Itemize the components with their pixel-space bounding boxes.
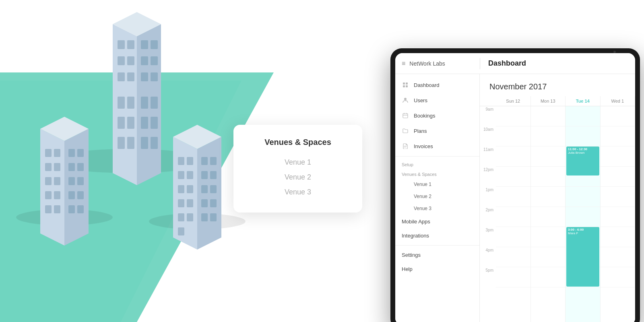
cell-mon-2 xyxy=(531,207,566,227)
cell-mon-5 xyxy=(531,267,566,287)
sidebar-item-users[interactable]: Users xyxy=(395,93,479,108)
event-time-2: 3:00 - 6:00 xyxy=(568,228,598,231)
day-header-sun12: Sun 12 xyxy=(496,96,531,106)
cell-wed-12 xyxy=(601,167,635,187)
svg-rect-18 xyxy=(118,137,125,149)
svg-rect-15 xyxy=(127,97,134,109)
svg-rect-9 xyxy=(127,40,134,49)
sidebar-item-integrations[interactable]: Integrations xyxy=(395,229,479,243)
svg-rect-51 xyxy=(68,191,75,199)
sidebar-item-invoices-label: Invoices xyxy=(414,143,433,149)
user-icon xyxy=(402,97,409,104)
svg-marker-55 xyxy=(173,137,197,250)
svg-rect-73 xyxy=(201,185,208,193)
event-julia-brown[interactable]: 11:00 - 12:30 Julia Brown xyxy=(566,147,599,175)
svg-marker-33 xyxy=(64,129,89,246)
svg-rect-62 xyxy=(178,185,184,193)
cell-tue-2 xyxy=(566,207,600,227)
svg-rect-35 xyxy=(45,149,52,157)
svg-marker-32 xyxy=(40,129,64,246)
svg-rect-78 xyxy=(210,213,217,221)
tablet-device: ≡ NetWork Labs Dashboard Dashboard xyxy=(370,0,644,322)
time-3pm: 3pm xyxy=(480,227,496,247)
time-4pm: 4pm xyxy=(480,247,496,267)
sidebar-item-bookings-label: Bookings xyxy=(414,113,435,119)
svg-rect-49 xyxy=(68,177,75,185)
cal-col-tue: 11:00 - 12:30 Julia Brown 3:00 - 6:00 Ma… xyxy=(566,106,601,322)
svg-rect-27 xyxy=(151,97,158,109)
sidebar-item-dashboard[interactable]: Dashboard xyxy=(395,77,479,93)
svg-rect-65 xyxy=(187,199,193,207)
svg-rect-43 xyxy=(45,205,52,213)
svg-rect-10 xyxy=(118,56,125,65)
cell-mon-10 xyxy=(531,126,566,147)
sidebar-item-settings-label: Settings xyxy=(402,252,421,258)
cell-sun-10 xyxy=(496,126,530,147)
event-mara-f[interactable]: 3:00 - 6:00 Mara F xyxy=(566,227,599,287)
sidebar-item-invoices[interactable]: Invoices xyxy=(395,138,479,154)
sidebar-venue-3[interactable]: Venue 3 xyxy=(395,202,479,215)
svg-rect-70 xyxy=(210,157,217,165)
sidebar-item-mobile-apps[interactable]: Mobile Apps xyxy=(395,215,479,229)
cell-wed-10 xyxy=(601,126,635,147)
sidebar-item-help[interactable]: Help xyxy=(395,262,479,276)
sidebar-item-settings[interactable]: Settings xyxy=(395,248,479,262)
svg-rect-54 xyxy=(77,205,84,213)
svg-rect-79 xyxy=(403,83,405,85)
calendar-day-headers: Sun 12 Mon 13 Tue 14 Wed 1 xyxy=(480,96,635,106)
file-icon xyxy=(402,142,409,150)
cell-wed-5 xyxy=(601,267,635,287)
app-body: Dashboard Users Bookings xyxy=(395,74,635,322)
cell-mon-9 xyxy=(531,106,566,126)
cell-mon-3 xyxy=(531,227,566,247)
day-header-tue14: Tue 14 xyxy=(566,96,601,106)
cell-tue-10 xyxy=(566,126,600,147)
cell-mon-1 xyxy=(531,187,566,207)
cal-col-sun xyxy=(496,106,531,322)
app-name: NetWork Labs xyxy=(409,60,445,67)
svg-rect-72 xyxy=(210,171,217,179)
svg-rect-30 xyxy=(141,137,148,149)
cell-wed-11 xyxy=(601,147,635,167)
sidebar-item-integrations-label: Integrations xyxy=(402,233,429,239)
sidebar-divider-2 xyxy=(395,245,479,246)
svg-rect-25 xyxy=(151,72,158,81)
cell-mon-11 xyxy=(531,147,566,167)
popup-venue-3[interactable]: Venue 3 xyxy=(250,185,346,200)
header-title: Dashboard xyxy=(480,59,534,68)
svg-rect-37 xyxy=(45,163,52,171)
cal-columns: 11:00 - 12:30 Julia Brown 3:00 - 6:00 Ma… xyxy=(496,106,635,322)
hamburger-icon[interactable]: ≡ xyxy=(402,60,405,67)
cell-sun-9 xyxy=(496,106,530,126)
event-time-1: 11:00 - 12:30 xyxy=(568,147,598,151)
svg-rect-44 xyxy=(54,205,60,213)
cell-tue-9 xyxy=(566,106,600,126)
svg-rect-53 xyxy=(68,205,75,213)
cell-sun-1 xyxy=(496,187,530,207)
svg-rect-13 xyxy=(127,72,134,81)
sidebar-item-help-label: Help xyxy=(402,266,413,272)
svg-rect-40 xyxy=(54,177,60,185)
sidebar-item-plans[interactable]: Plans xyxy=(395,123,479,138)
sidebar-venue-2[interactable]: Venue 2 xyxy=(395,190,479,202)
svg-rect-60 xyxy=(178,171,184,179)
cell-mon-4 xyxy=(531,247,566,267)
venues-label: Venues & Spaces xyxy=(395,169,479,178)
sidebar: Dashboard Users Bookings xyxy=(395,74,480,322)
cell-sun-4 xyxy=(496,247,530,267)
svg-rect-47 xyxy=(68,163,75,171)
svg-rect-24 xyxy=(141,72,148,81)
cell-sun-2 xyxy=(496,207,530,227)
sidebar-venue-1[interactable]: Venue 1 xyxy=(395,178,479,190)
tablet-screen: ≡ NetWork Labs Dashboard Dashboard xyxy=(395,53,635,322)
svg-rect-48 xyxy=(77,163,84,171)
sidebar-item-bookings[interactable]: Bookings xyxy=(395,108,479,123)
svg-rect-74 xyxy=(210,185,217,193)
svg-rect-23 xyxy=(151,56,158,65)
svg-rect-19 xyxy=(127,137,134,149)
popup-venue-2[interactable]: Venue 2 xyxy=(250,170,346,185)
popup-venue-1[interactable]: Venue 1 xyxy=(250,155,346,170)
cal-col-mon xyxy=(531,106,566,322)
svg-rect-20 xyxy=(141,40,148,49)
time-5pm: 5pm xyxy=(480,267,496,287)
